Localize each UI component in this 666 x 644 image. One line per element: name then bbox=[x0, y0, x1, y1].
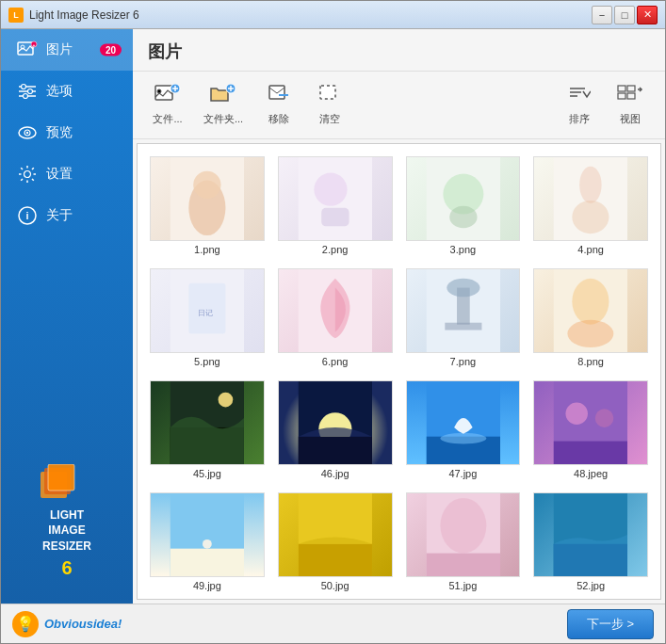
image-thumb-2 bbox=[406, 156, 521, 241]
image-name-1: 2.png bbox=[322, 244, 349, 255]
image-name-8: 45.jpg bbox=[193, 468, 221, 479]
image-thumb-15 bbox=[533, 492, 648, 577]
image-item-11[interactable]: 48.jpeg bbox=[528, 376, 653, 484]
image-thumb-11 bbox=[533, 380, 648, 465]
close-button[interactable]: ✕ bbox=[637, 6, 658, 24]
sort-icon bbox=[568, 84, 591, 110]
image-thumb-14 bbox=[406, 492, 521, 577]
svg-point-58 bbox=[447, 279, 479, 298]
titlebar-buttons: − □ ✕ bbox=[592, 6, 658, 24]
maximize-button[interactable]: □ bbox=[614, 6, 635, 24]
remove-button[interactable]: 移除 bbox=[255, 79, 302, 131]
sort-label: 排序 bbox=[569, 112, 590, 126]
image-item-5[interactable]: 6.png bbox=[273, 264, 398, 372]
sidebar-label-images: 图片 bbox=[46, 41, 73, 58]
svg-rect-80 bbox=[299, 544, 372, 576]
footer-logo-text: Obviousidea! bbox=[44, 617, 122, 631]
footer-logo: 💡 Obviousidea! bbox=[12, 611, 122, 637]
add-file-button[interactable]: 文件... bbox=[144, 79, 191, 131]
image-name-2: 3.png bbox=[450, 244, 477, 255]
svg-rect-39 bbox=[627, 93, 635, 99]
svg-rect-0 bbox=[18, 42, 33, 55]
titlebar: L Light Image Resizer 6 − □ ✕ bbox=[1, 1, 665, 29]
image-item-4[interactable]: 日记5.png bbox=[145, 264, 269, 372]
preview-icon bbox=[16, 121, 39, 144]
remove-label: 移除 bbox=[268, 112, 289, 126]
image-item-7[interactable]: 8.png bbox=[528, 264, 653, 372]
svg-rect-75 bbox=[554, 442, 627, 464]
sort-button[interactable]: 排序 bbox=[556, 79, 603, 131]
svg-text:日记: 日记 bbox=[198, 309, 213, 317]
images-icon: + bbox=[16, 39, 39, 61]
image-name-4: 5.png bbox=[194, 356, 220, 367]
image-thumb-3 bbox=[533, 156, 648, 241]
svg-rect-59 bbox=[445, 323, 481, 330]
image-thumb-13 bbox=[278, 492, 393, 577]
image-name-0: 1.png bbox=[194, 244, 220, 255]
image-item-14[interactable]: 51.jpg bbox=[401, 488, 526, 596]
svg-point-12 bbox=[26, 132, 28, 134]
view-button[interactable]: 视图 bbox=[607, 79, 654, 131]
sidebar-item-settings[interactable]: 设置 bbox=[1, 153, 133, 195]
image-thumb-12 bbox=[150, 492, 265, 577]
add-folder-label: 文件夹... bbox=[203, 112, 243, 126]
settings-icon bbox=[16, 163, 39, 185]
clear-button[interactable]: 清空 bbox=[306, 79, 353, 131]
app-icon: L bbox=[8, 8, 24, 23]
sidebar-item-options[interactable]: 选项 bbox=[1, 71, 133, 112]
image-item-12[interactable]: 49.jpg bbox=[145, 488, 269, 596]
image-grid-container[interactable]: 1.png2.png3.png4.png日记5.png6.png7.png8.p… bbox=[137, 143, 661, 600]
svg-point-71 bbox=[440, 433, 486, 444]
add-folder-icon bbox=[210, 84, 236, 110]
svg-point-73 bbox=[566, 402, 588, 424]
image-name-3: 4.png bbox=[577, 244, 604, 255]
remove-icon bbox=[268, 84, 290, 110]
image-item-10[interactable]: 47.jpg bbox=[401, 376, 526, 484]
svg-rect-32 bbox=[320, 86, 335, 99]
sidebar-item-about[interactable]: i 关于 bbox=[1, 195, 133, 236]
sidebar-label-preview: 预览 bbox=[46, 124, 73, 141]
image-item-6[interactable]: 7.png bbox=[401, 264, 526, 372]
image-grid: 1.png2.png3.png4.png日记5.png6.png7.png8.p… bbox=[145, 152, 653, 596]
image-item-2[interactable]: 3.png bbox=[401, 152, 526, 260]
svg-rect-29 bbox=[269, 86, 284, 99]
view-icon bbox=[617, 84, 643, 110]
svg-rect-45 bbox=[321, 208, 349, 227]
svg-rect-77 bbox=[171, 549, 244, 576]
sidebar-nav: + 图片 20 bbox=[1, 29, 133, 449]
svg-point-51 bbox=[573, 201, 609, 233]
svg-point-74 bbox=[595, 409, 614, 427]
image-name-9: 46.jpg bbox=[321, 468, 349, 479]
image-item-9[interactable]: 46.jpg bbox=[273, 376, 398, 484]
svg-point-78 bbox=[203, 539, 212, 549]
main-area: + 图片 20 bbox=[1, 29, 665, 604]
image-item-13[interactable]: 50.jpg bbox=[273, 488, 398, 596]
image-item-15[interactable]: 52.jpg bbox=[528, 488, 653, 596]
svg-point-48 bbox=[449, 206, 477, 228]
minimize-button[interactable]: − bbox=[592, 6, 612, 24]
next-button[interactable]: 下一步 > bbox=[567, 609, 654, 639]
svg-text:i: i bbox=[26, 210, 29, 221]
sidebar-item-images[interactable]: + 图片 20 bbox=[1, 29, 133, 71]
image-item-0[interactable]: 1.png bbox=[145, 152, 269, 260]
sidebar-label-options: 选项 bbox=[46, 83, 73, 100]
sidebar-label-about: 关于 bbox=[46, 207, 73, 224]
image-item-1[interactable]: 2.png bbox=[273, 152, 398, 260]
image-name-11: 48.jpeg bbox=[574, 468, 608, 479]
image-item-8[interactable]: 45.jpg bbox=[145, 376, 269, 484]
about-icon: i bbox=[16, 204, 39, 227]
sidebar-item-preview[interactable]: 预览 bbox=[1, 112, 133, 153]
svg-point-44 bbox=[314, 173, 347, 206]
toolbar-right: 排序 视图 bbox=[556, 79, 654, 131]
image-thumb-0 bbox=[150, 156, 265, 241]
toolbar: 文件... 文件夹... bbox=[133, 72, 665, 139]
image-item-3[interactable]: 4.png bbox=[528, 152, 653, 260]
svg-point-82 bbox=[440, 498, 486, 554]
svg-point-65 bbox=[219, 393, 234, 408]
sidebar-logo: LIGHT IMAGE RESIZER 6 bbox=[1, 449, 133, 596]
window-title: Light Image Resizer 6 bbox=[29, 8, 592, 22]
image-thumb-8 bbox=[150, 380, 265, 465]
image-name-7: 8.png bbox=[577, 356, 604, 367]
sidebar-label-settings: 设置 bbox=[46, 166, 73, 183]
add-folder-button[interactable]: 文件夹... bbox=[195, 79, 252, 131]
